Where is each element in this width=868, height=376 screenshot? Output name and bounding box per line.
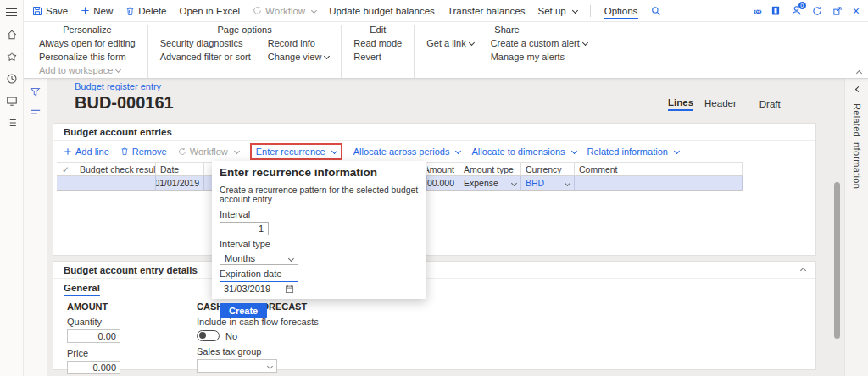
interval-field[interactable]: 1	[220, 222, 269, 235]
column-date[interactable]: Date	[156, 163, 204, 175]
column-comment[interactable]: Comment	[575, 163, 743, 175]
cell-amount[interactable]: 2,000.000	[427, 176, 459, 190]
row-checkbox[interactable]	[57, 176, 75, 190]
tab-lines[interactable]: Lines	[668, 97, 693, 111]
enter-recurrence-button[interactable]: Enter recurrence	[250, 143, 342, 160]
column-currency[interactable]: Currency	[521, 163, 575, 175]
remove-button[interactable]: Remove	[120, 147, 167, 157]
interval-type-select[interactable]: Months	[220, 252, 298, 265]
quantity-field[interactable]: 0.00	[67, 329, 120, 343]
column-amount[interactable]: Amount	[427, 163, 459, 175]
personalize-this-form-item[interactable]: Personalize this form	[39, 52, 126, 62]
quantity-label: Quantity	[67, 317, 197, 327]
transfer-balances-button[interactable]: Transfer balances	[448, 6, 526, 16]
status-badge: Draft	[760, 99, 781, 109]
price-field[interactable]: 0.000	[67, 361, 120, 374]
select-all-check-icon[interactable]: ✓	[57, 163, 75, 175]
cell-comment[interactable]	[575, 176, 743, 190]
ribbon-group-share: Share Get a link Create a custom alert M…	[414, 25, 599, 78]
popup-subtitle: Create a recurrence pattern for the sele…	[220, 185, 419, 204]
recent-clock-icon[interactable]	[5, 72, 18, 85]
refresh-icon[interactable]	[812, 6, 822, 16]
search-icon	[651, 6, 661, 16]
workspace-monitor-icon[interactable]	[5, 94, 18, 107]
read-mode-item[interactable]: Read mode	[353, 38, 402, 48]
update-budget-balances-button[interactable]: Update budget balances	[329, 6, 435, 16]
budget-account-entries-section: Budget account entries Add line Remove W…	[53, 123, 816, 256]
cell-amount-type[interactable]: Expense	[459, 176, 521, 190]
section-title: Budget account entry details	[64, 265, 198, 275]
home-icon[interactable]	[5, 28, 18, 41]
chevron-down-icon	[234, 148, 240, 154]
view-tabs: Lines Header Draft	[668, 97, 781, 111]
message-count-badge: 0	[798, 2, 806, 9]
ribbon-group-edit: Edit Read mode Revert	[341, 25, 414, 78]
cell-date[interactable]: 01/01/2019	[156, 176, 204, 190]
create-custom-alert-item[interactable]: Create a custom alert	[491, 38, 587, 48]
open-in-excel-button[interactable]: Open in Excel	[179, 6, 240, 16]
collapse-section-chevron-icon[interactable]	[800, 267, 806, 273]
chevron-down-icon	[674, 148, 680, 154]
change-view-item[interactable]: Change view	[268, 52, 330, 62]
grid-toolbar: Add line Remove Workflow Enter recurrenc…	[53, 141, 815, 162]
set-up-button[interactable]: Set up	[537, 6, 576, 16]
chevron-down-icon	[582, 40, 588, 46]
allocate-to-dimensions-button[interactable]: Allocate to dimensions	[471, 147, 576, 157]
collapse-ribbon-chevron-icon[interactable]	[856, 70, 862, 76]
include-cash-flow-toggle[interactable]	[197, 330, 220, 341]
options-ribbon-flyout: Personalize Always open for editing Pers…	[24, 22, 868, 79]
close-icon[interactable]: ×	[853, 7, 860, 15]
expiration-date-field[interactable]: 31/03/2019	[220, 281, 298, 296]
workflow-button[interactable]: Workflow	[253, 6, 316, 16]
tab-header[interactable]: Header	[704, 98, 737, 110]
popout-icon[interactable]	[832, 6, 843, 16]
double-arrow-icon[interactable]: «»	[754, 6, 760, 16]
amount-group-title: AMOUNT	[67, 301, 197, 312]
grid-workflow-button[interactable]: Workflow	[178, 147, 239, 157]
get-a-link-item[interactable]: Get a link	[426, 38, 473, 48]
security-diagnostics-item[interactable]: Security diagnostics	[160, 38, 243, 48]
delete-button[interactable]: Delete	[125, 6, 166, 16]
column-amount-type[interactable]: Amount type	[459, 163, 521, 175]
save-button[interactable]: Save	[32, 6, 68, 16]
search-button[interactable]	[651, 6, 661, 16]
add-to-workspace-item[interactable]: Add to workspace	[39, 65, 120, 75]
column-budget-check-results[interactable]: Budget check results	[75, 163, 156, 175]
add-line-button[interactable]: Add line	[64, 147, 109, 157]
sync-icon	[253, 6, 262, 15]
modules-list-icon[interactable]	[5, 116, 18, 129]
chevron-down-icon	[324, 53, 330, 59]
cell-currency[interactable]: BHD	[521, 176, 575, 190]
related-information-label[interactable]: Related information	[852, 103, 862, 189]
hamburger-menu-icon[interactable]	[5, 6, 18, 19]
create-button[interactable]: Create	[220, 303, 267, 318]
filter-funnel-icon[interactable]	[30, 86, 41, 97]
manage-my-alerts-item[interactable]: Manage my alerts	[491, 52, 565, 62]
office-app-icon[interactable]	[771, 5, 781, 16]
options-button[interactable]: Options	[604, 3, 639, 19]
page-content: Related information Budget register entr…	[24, 79, 868, 376]
breadcrumb[interactable]: Budget register entry	[75, 81, 174, 91]
chevron-down-icon	[572, 8, 578, 14]
favorites-star-icon[interactable]	[5, 50, 18, 63]
user-messages-icon[interactable]: 0	[791, 5, 802, 16]
vertical-scrollbar[interactable]	[834, 182, 840, 339]
tab-general[interactable]: General	[64, 283, 100, 296]
chevron-left-icon[interactable]	[855, 86, 861, 92]
tab-divider	[748, 98, 748, 111]
allocate-across-periods-button[interactable]: Allocate across periods	[353, 147, 461, 157]
list-settings-icon[interactable]	[31, 108, 41, 116]
sales-tax-group-select[interactable]	[197, 359, 277, 373]
chevron-down-icon	[288, 255, 294, 261]
revert-item[interactable]: Revert	[353, 52, 381, 62]
advanced-filter-or-sort-item[interactable]: Advanced filter or sort	[160, 52, 251, 62]
chevron-down-icon	[565, 180, 570, 185]
record-info-item[interactable]: Record info	[268, 38, 315, 48]
left-nav-rail	[0, 0, 24, 376]
filter-side-strip	[24, 79, 47, 376]
always-open-for-editing-item[interactable]: Always open for editing	[39, 38, 136, 48]
calendar-icon[interactable]	[285, 285, 294, 294]
new-button[interactable]: New	[81, 6, 113, 16]
trash-icon	[125, 6, 135, 16]
related-information-button[interactable]: Related information	[587, 147, 679, 157]
